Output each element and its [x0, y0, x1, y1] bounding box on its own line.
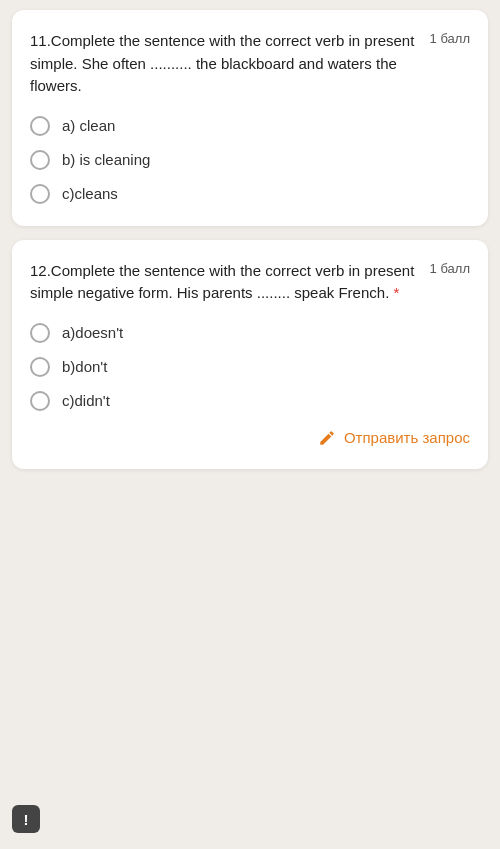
- option-12a[interactable]: a)doesn't: [30, 323, 470, 343]
- question-number-12: 12.: [30, 262, 51, 279]
- badge-11: 1 балл: [430, 31, 470, 46]
- options-list-12: a)doesn't b)don't c)didn't: [30, 323, 470, 411]
- alert-box[interactable]: !: [12, 805, 40, 833]
- question-text-11: 11.Complete the sentence with the correc…: [30, 30, 430, 98]
- submit-button[interactable]: Отправить запрос: [318, 429, 470, 447]
- alert-icon: !: [24, 811, 29, 828]
- question-card-12: 12.Complete the sentence with the correc…: [12, 240, 488, 469]
- submit-label: Отправить запрос: [344, 429, 470, 446]
- option-11b[interactable]: b) is cleaning: [30, 150, 470, 170]
- option-label-12c: c)didn't: [62, 392, 110, 409]
- required-star-12: *: [393, 284, 399, 301]
- option-label-11a: a) clean: [62, 117, 115, 134]
- option-label-11c: c)cleans: [62, 185, 118, 202]
- option-11a[interactable]: a) clean: [30, 116, 470, 136]
- question-text-12: 12.Complete the sentence with the correc…: [30, 260, 430, 305]
- option-12b[interactable]: b)don't: [30, 357, 470, 377]
- option-12c[interactable]: c)didn't: [30, 391, 470, 411]
- option-label-12a: a)doesn't: [62, 324, 123, 341]
- options-list-11: a) clean b) is cleaning c)cleans: [30, 116, 470, 204]
- pencil-icon: [318, 429, 336, 447]
- option-label-12b: b)don't: [62, 358, 107, 375]
- option-label-11b: b) is cleaning: [62, 151, 150, 168]
- radio-11b[interactable]: [30, 150, 50, 170]
- question-card-11: 11.Complete the sentence with the correc…: [12, 10, 488, 226]
- radio-12a[interactable]: [30, 323, 50, 343]
- question-header-12: 12.Complete the sentence with the correc…: [30, 260, 470, 305]
- radio-12b[interactable]: [30, 357, 50, 377]
- badge-12: 1 балл: [430, 261, 470, 276]
- radio-11a[interactable]: [30, 116, 50, 136]
- radio-12c[interactable]: [30, 391, 50, 411]
- option-11c[interactable]: c)cleans: [30, 184, 470, 204]
- radio-11c[interactable]: [30, 184, 50, 204]
- question-header-11: 11.Complete the sentence with the correc…: [30, 30, 470, 98]
- submit-row: Отправить запрос: [30, 429, 470, 447]
